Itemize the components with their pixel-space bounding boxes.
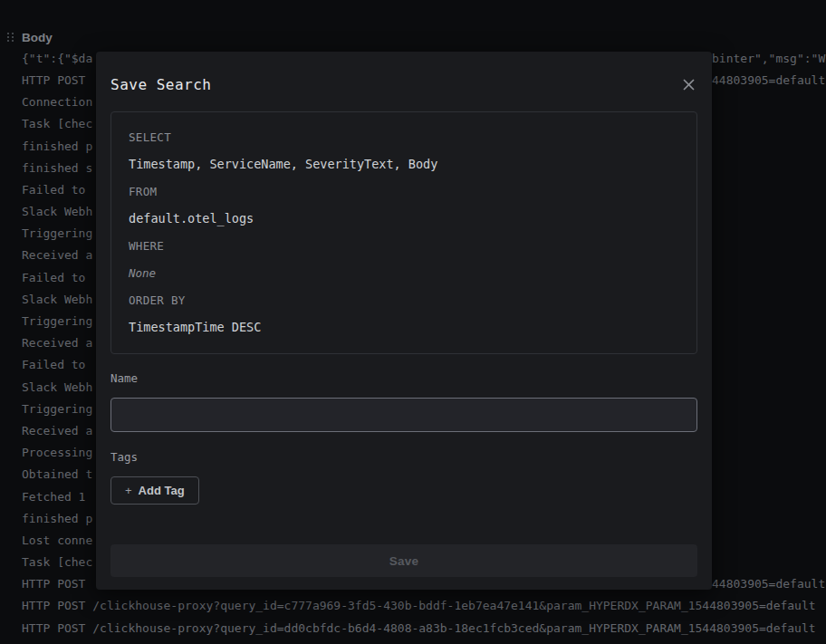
tags-label: Tags bbox=[110, 449, 697, 465]
name-label: Name bbox=[110, 370, 697, 386]
close-icon bbox=[682, 78, 696, 91]
modal-header: Save Search bbox=[110, 73, 697, 95]
order-by-value: TimestampTime DESC bbox=[129, 320, 679, 335]
query-preview-box: SELECT Timestamp, ServiceName, SeverityT… bbox=[110, 111, 697, 354]
from-label: FROM bbox=[129, 184, 679, 199]
name-input[interactable] bbox=[110, 398, 697, 432]
where-label: WHERE bbox=[129, 238, 679, 254]
modal-title: Save Search bbox=[110, 76, 211, 93]
save-button[interactable]: Save bbox=[110, 544, 697, 577]
add-tag-button[interactable]: + Add Tag bbox=[110, 476, 199, 505]
select-value: Timestamp, ServiceName, SeverityText, Bo… bbox=[129, 157, 679, 172]
add-tag-label: Add Tag bbox=[139, 484, 185, 497]
close-button[interactable] bbox=[676, 72, 701, 97]
from-value: default.otel_logs bbox=[129, 211, 679, 226]
plus-icon: + bbox=[125, 484, 132, 497]
where-value: None bbox=[129, 265, 679, 281]
select-label: SELECT bbox=[129, 130, 679, 145]
order-by-label: ORDER BY bbox=[129, 293, 679, 308]
save-search-modal: Save Search SELECT Timestamp, ServiceNam… bbox=[96, 52, 712, 590]
